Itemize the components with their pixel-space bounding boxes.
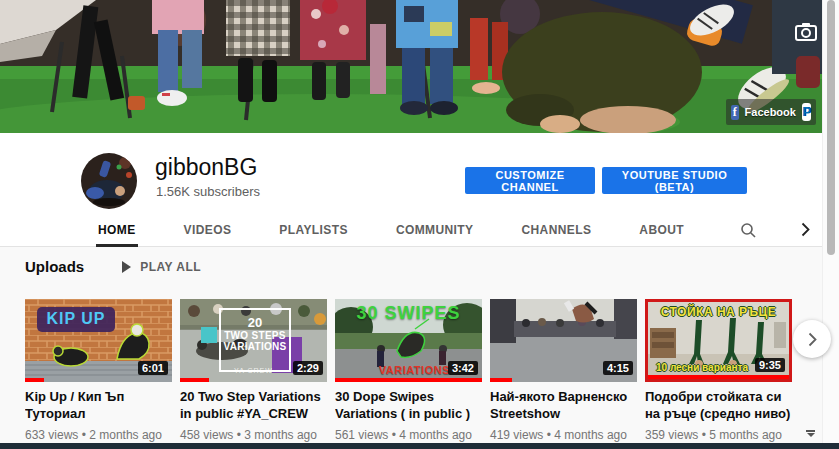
- video-meta: 561 views • 4 months ago: [335, 428, 482, 442]
- scrollbar-thumb[interactable]: [827, 0, 835, 255]
- watch-progress-bar: [25, 378, 44, 382]
- channel-banner[interactable]: f Facebook P: [0, 0, 822, 133]
- play-all-button[interactable]: PLAY ALL: [122, 260, 201, 274]
- video-meta: 633 views • 2 months ago: [25, 428, 172, 442]
- watch-progress-bar: [648, 375, 789, 379]
- video-card-5: СТОЙКА НА РЪЦЕ 10 лесни варианта 9:35 По…: [645, 299, 792, 442]
- video-thumbnail-1[interactable]: KIP UP 6:01: [25, 299, 172, 382]
- uploads-section-title: Uploads: [25, 258, 84, 275]
- thumbnail-overlay-subtext: VARIATIONS: [379, 364, 450, 376]
- tab-community[interactable]: COMMUNITY: [396, 214, 474, 247]
- video-title[interactable]: 20 Two Step Variations in public #YA_CRE…: [180, 389, 327, 423]
- thumbnail-overlay-text: СТОЙКА НА РЪЦЕ: [648, 305, 789, 319]
- thumbnail-overlay-text: KIP UP: [37, 307, 115, 332]
- thumbnail-overlay-text: 20 TWO STEPS VARIATIONS: [219, 308, 291, 372]
- video-meta: 419 views • 4 months ago: [490, 428, 637, 442]
- channel-avatar[interactable]: [81, 153, 137, 209]
- video-duration: 2:29: [293, 361, 323, 375]
- video-duration: 6:01: [138, 361, 168, 375]
- video-meta: 359 views • 5 months ago: [645, 428, 792, 442]
- facebook-icon[interactable]: f: [731, 105, 739, 120]
- video-thumbnail-4[interactable]: 4:15: [490, 299, 637, 382]
- tab-home[interactable]: HOME: [98, 214, 136, 247]
- edit-banner-camera-icon[interactable]: [795, 22, 817, 41]
- video-card-1: KIP UP 6:01 Kip Up / Кип Ъп Туториал 633…: [25, 299, 172, 442]
- thumbnail-teal-square: [201, 327, 217, 343]
- video-card-2: 20 TWO STEPS VARIATIONS YA CREW 2:29 20 …: [180, 299, 327, 442]
- youtube-channel-page: f Facebook P gibbonBG 1.56K subscribers …: [0, 0, 839, 449]
- video-thumbnail-2[interactable]: 20 TWO STEPS VARIATIONS YA CREW 2:29: [180, 299, 327, 382]
- tab-channels[interactable]: CHANNELS: [521, 214, 591, 247]
- channel-header: gibbonBG 1.56K subscribers CUSTOMIZE CHA…: [0, 133, 822, 247]
- banner-art: [0, 0, 822, 133]
- video-title[interactable]: Kip Up / Кип Ъп Туториал: [25, 389, 172, 423]
- tab-about[interactable]: ABOUT: [639, 214, 684, 247]
- thumbnail-overlay-subtext: 10 лесни варианта: [656, 362, 748, 373]
- uploads-shelf: KIP UP 6:01 Kip Up / Кип Ъп Туториал 633…: [25, 299, 792, 442]
- paypal-icon[interactable]: P: [802, 103, 811, 121]
- play-all-label: PLAY ALL: [140, 260, 201, 274]
- tab-home-label: HOME: [98, 223, 136, 237]
- video-title[interactable]: Най-якото Варненско Streetshow: [490, 389, 637, 423]
- video-title[interactable]: 30 Dope Swipes Variations ( in public ) …: [335, 389, 482, 423]
- scroll-down-indicator-icon: [806, 430, 815, 438]
- overlay-line-1: 20: [221, 315, 289, 330]
- video-thumbnail-5[interactable]: СТОЙКА НА РЪЦЕ 10 лесни варианта 9:35: [645, 299, 792, 382]
- video-title[interactable]: Подобри стойката си на ръце (средно ниво…: [645, 389, 792, 423]
- play-icon: [122, 261, 131, 273]
- channel-home-content: Uploads PLAY ALL: [0, 247, 822, 443]
- facebook-link-label[interactable]: Facebook: [745, 106, 796, 118]
- overlay-line-2: TWO STEPS: [221, 330, 289, 341]
- video-duration: 4:15: [603, 361, 633, 375]
- tabs-overflow-chevron-icon[interactable]: [801, 222, 810, 241]
- youtube-studio-button[interactable]: YOUTUBE STUDIO (BETA): [602, 167, 747, 194]
- tab-playlists[interactable]: PLAYLISTS: [279, 214, 348, 247]
- tab-about-label: ABOUT: [639, 223, 684, 237]
- video-duration: 3:42: [448, 361, 478, 375]
- video-duration: 9:35: [755, 358, 785, 372]
- channel-name: gibbonBG: [155, 154, 257, 181]
- watch-progress-bar: [490, 378, 512, 382]
- banner-social-links: f Facebook P: [726, 99, 816, 125]
- video-meta: 458 views • 3 months ago: [180, 428, 327, 442]
- thumbnail-overlay-text: 30 SWIPES: [335, 303, 482, 324]
- tab-community-label: COMMUNITY: [396, 223, 474, 237]
- vertical-scrollbar[interactable]: [822, 0, 839, 443]
- watch-progress-bar: [180, 378, 209, 382]
- tab-playlists-label: PLAYLISTS: [279, 223, 348, 237]
- shelf-next-button[interactable]: [793, 320, 831, 358]
- video-card-4: 4:15 Най-якото Варненско Streetshow 419 …: [490, 299, 637, 442]
- channel-search-icon[interactable]: [740, 222, 756, 238]
- video-thumbnail-3[interactable]: 30 SWIPES VARIATIONS 3:42: [335, 299, 482, 382]
- watch-progress-bar: [335, 378, 482, 382]
- channel-tabs: HOME VIDEOS PLAYLISTS COMMUNITY CHANNELS…: [0, 214, 822, 247]
- customize-channel-button[interactable]: CUSTOMIZE CHANNEL: [465, 167, 595, 194]
- video-card-3: 30 SWIPES VARIATIONS 3:42 30 Dope Swipes…: [335, 299, 482, 442]
- tab-channels-label: CHANNELS: [521, 223, 591, 237]
- overlay-line-3: VARIATIONS: [221, 341, 289, 352]
- tab-videos[interactable]: VIDEOS: [184, 214, 232, 247]
- subscriber-count: 1.56K subscribers: [156, 184, 260, 199]
- chevron-right-icon: [808, 332, 817, 347]
- tab-videos-label: VIDEOS: [184, 223, 232, 237]
- window-bottom-edge: [0, 443, 839, 449]
